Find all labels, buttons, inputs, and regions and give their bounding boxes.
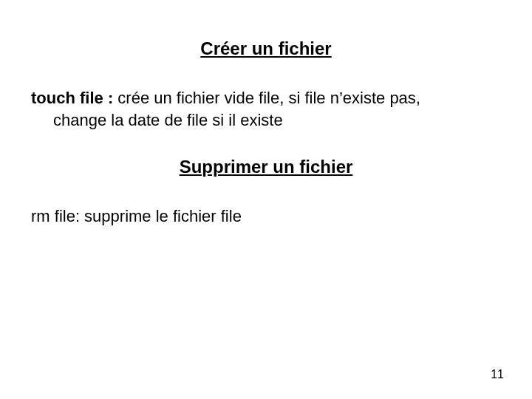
- slide: Créer un fichier touch file : crée un fi…: [0, 0, 532, 399]
- desc-touch-line1: crée un fichier vide file, si file n’exi…: [113, 89, 420, 107]
- paragraph-touch: touch file : crée un fichier vide file, …: [31, 87, 501, 131]
- paragraph-rm: rm file: supprime le fichier file: [31, 205, 501, 228]
- cmd-touch: touch file :: [31, 89, 113, 107]
- heading-create-file: Créer un fichier: [0, 38, 532, 59]
- heading-delete-file: Supprimer un fichier: [0, 157, 532, 177]
- page-number: 11: [491, 368, 504, 381]
- desc-touch-line2: change la date de file si il existe: [31, 109, 501, 132]
